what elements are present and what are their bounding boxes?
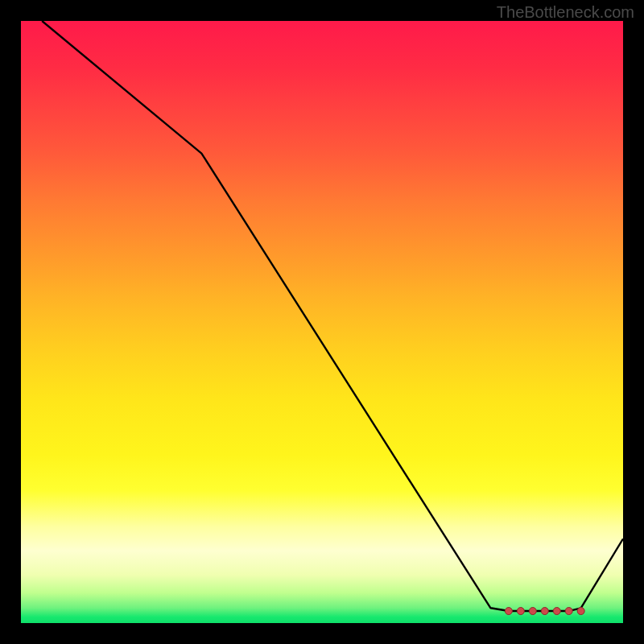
chart-svg <box>21 21 623 623</box>
svg-point-5 <box>565 608 572 615</box>
svg-point-3 <box>541 608 548 615</box>
svg-point-6 <box>577 608 584 615</box>
chart-markers <box>505 608 584 615</box>
chart-plot-area <box>21 21 623 623</box>
svg-point-0 <box>505 608 512 615</box>
svg-point-4 <box>553 608 560 615</box>
svg-point-2 <box>529 608 536 615</box>
svg-point-1 <box>517 608 524 615</box>
watermark-text: TheBottleneck.com <box>497 3 634 22</box>
chart-line <box>42 21 623 611</box>
